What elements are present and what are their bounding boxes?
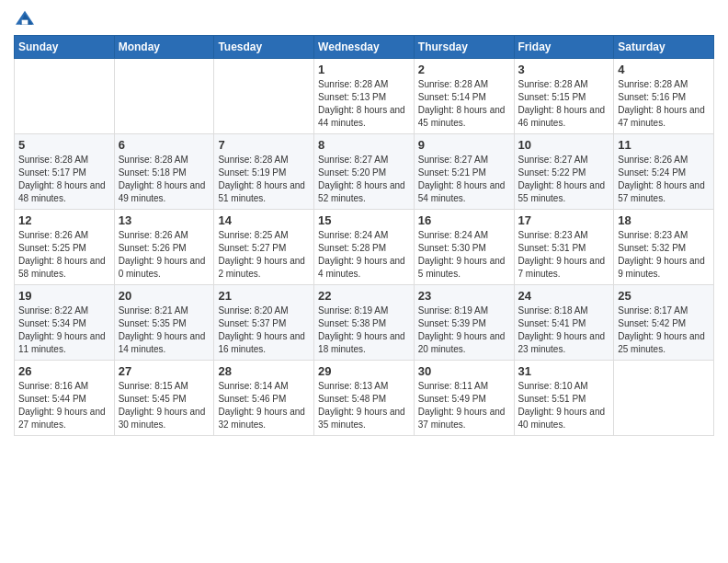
calendar-table: SundayMondayTuesdayWednesdayThursdayFrid… (14, 35, 714, 436)
day-info: Sunrise: 8:18 AM Sunset: 5:41 PM Dayligh… (518, 304, 610, 356)
day-info: Sunrise: 8:23 AM Sunset: 5:32 PM Dayligh… (618, 229, 710, 281)
day-number: 10 (518, 138, 610, 152)
day-number: 21 (218, 289, 310, 303)
day-info: Sunrise: 8:19 AM Sunset: 5:38 PM Dayligh… (318, 304, 410, 356)
calendar-cell (614, 361, 714, 436)
day-info: Sunrise: 8:23 AM Sunset: 5:31 PM Dayligh… (518, 229, 610, 281)
calendar-cell: 22Sunrise: 8:19 AM Sunset: 5:38 PM Dayli… (314, 285, 415, 361)
day-info: Sunrise: 8:22 AM Sunset: 5:34 PM Dayligh… (18, 304, 110, 356)
day-number: 26 (18, 364, 110, 378)
calendar-cell: 24Sunrise: 8:18 AM Sunset: 5:41 PM Dayli… (514, 285, 614, 361)
weekday-header-monday: Monday (114, 36, 214, 59)
calendar-cell: 27Sunrise: 8:15 AM Sunset: 5:45 PM Dayli… (114, 361, 214, 436)
calendar-cell: 14Sunrise: 8:25 AM Sunset: 5:27 PM Dayli… (214, 210, 314, 285)
day-info: Sunrise: 8:24 AM Sunset: 5:28 PM Dayligh… (318, 229, 410, 281)
day-number: 29 (318, 364, 410, 378)
calendar-body: 1Sunrise: 8:28 AM Sunset: 5:13 PM Daylig… (15, 59, 714, 436)
day-number: 24 (518, 289, 610, 303)
day-info: Sunrise: 8:20 AM Sunset: 5:37 PM Dayligh… (218, 304, 310, 356)
day-info: Sunrise: 8:11 AM Sunset: 5:49 PM Dayligh… (418, 380, 510, 431)
calendar-cell: 19Sunrise: 8:22 AM Sunset: 5:34 PM Dayli… (15, 285, 115, 361)
calendar-header: SundayMondayTuesdayWednesdayThursdayFrid… (15, 36, 714, 59)
day-number: 20 (119, 289, 210, 303)
day-number: 4 (618, 63, 710, 76)
day-number: 6 (119, 138, 210, 152)
calendar-cell: 1Sunrise: 8:28 AM Sunset: 5:13 PM Daylig… (314, 59, 415, 134)
calendar-cell: 11Sunrise: 8:26 AM Sunset: 5:24 PM Dayli… (614, 134, 714, 210)
day-number: 25 (618, 289, 710, 303)
calendar-cell: 29Sunrise: 8:13 AM Sunset: 5:48 PM Dayli… (314, 361, 415, 436)
calendar-cell: 8Sunrise: 8:27 AM Sunset: 5:20 PM Daylig… (314, 134, 415, 210)
calendar-cell: 21Sunrise: 8:20 AM Sunset: 5:37 PM Dayli… (214, 285, 314, 361)
calendar-week-row: 1Sunrise: 8:28 AM Sunset: 5:13 PM Daylig… (15, 59, 714, 134)
calendar-cell: 5Sunrise: 8:28 AM Sunset: 5:17 PM Daylig… (15, 134, 115, 210)
day-number: 12 (18, 213, 110, 227)
day-info: Sunrise: 8:28 AM Sunset: 5:14 PM Dayligh… (418, 78, 510, 130)
day-number: 15 (318, 213, 410, 227)
day-info: Sunrise: 8:28 AM Sunset: 5:13 PM Dayligh… (318, 78, 410, 130)
day-info: Sunrise: 8:28 AM Sunset: 5:16 PM Dayligh… (618, 78, 710, 130)
day-info: Sunrise: 8:28 AM Sunset: 5:17 PM Dayligh… (18, 154, 110, 205)
calendar-container: SundayMondayTuesdayWednesdayThursdayFrid… (0, 0, 728, 563)
weekday-header-tuesday: Tuesday (214, 36, 314, 59)
calendar-cell: 18Sunrise: 8:23 AM Sunset: 5:32 PM Dayli… (614, 210, 714, 285)
calendar-cell: 9Sunrise: 8:27 AM Sunset: 5:21 PM Daylig… (414, 134, 514, 210)
calendar-cell: 28Sunrise: 8:14 AM Sunset: 5:46 PM Dayli… (214, 361, 314, 436)
day-number: 16 (418, 213, 510, 227)
day-number: 31 (518, 364, 610, 378)
day-info: Sunrise: 8:17 AM Sunset: 5:42 PM Dayligh… (618, 304, 710, 356)
calendar-cell: 10Sunrise: 8:27 AM Sunset: 5:22 PM Dayli… (514, 134, 614, 210)
day-info: Sunrise: 8:26 AM Sunset: 5:24 PM Dayligh… (618, 154, 710, 205)
day-number: 11 (618, 138, 710, 152)
day-info: Sunrise: 8:27 AM Sunset: 5:22 PM Dayligh… (518, 154, 610, 205)
calendar-cell: 12Sunrise: 8:26 AM Sunset: 5:25 PM Dayli… (15, 210, 115, 285)
day-number: 8 (318, 138, 410, 152)
day-info: Sunrise: 8:24 AM Sunset: 5:30 PM Dayligh… (418, 229, 510, 281)
weekday-header-sunday: Sunday (15, 36, 115, 59)
logo-icon (14, 9, 36, 28)
day-info: Sunrise: 8:28 AM Sunset: 5:19 PM Dayligh… (218, 154, 310, 205)
day-info: Sunrise: 8:19 AM Sunset: 5:39 PM Dayligh… (418, 304, 510, 356)
day-number: 19 (18, 289, 110, 303)
calendar-week-row: 26Sunrise: 8:16 AM Sunset: 5:44 PM Dayli… (15, 361, 714, 436)
calendar-week-row: 5Sunrise: 8:28 AM Sunset: 5:17 PM Daylig… (15, 134, 714, 210)
calendar-cell: 31Sunrise: 8:10 AM Sunset: 5:51 PM Dayli… (514, 361, 614, 436)
day-number: 17 (518, 213, 610, 227)
calendar-cell: 20Sunrise: 8:21 AM Sunset: 5:35 PM Dayli… (114, 285, 214, 361)
calendar-cell (114, 59, 214, 134)
calendar-cell: 23Sunrise: 8:19 AM Sunset: 5:39 PM Dayli… (414, 285, 514, 361)
logo (14, 9, 40, 28)
day-number: 28 (218, 364, 310, 378)
day-number: 5 (18, 138, 110, 152)
calendar-cell: 13Sunrise: 8:26 AM Sunset: 5:26 PM Dayli… (114, 210, 214, 285)
weekday-header-wednesday: Wednesday (314, 36, 415, 59)
calendar-cell: 16Sunrise: 8:24 AM Sunset: 5:30 PM Dayli… (414, 210, 514, 285)
day-info: Sunrise: 8:26 AM Sunset: 5:25 PM Dayligh… (18, 229, 110, 281)
weekday-row: SundayMondayTuesdayWednesdayThursdayFrid… (15, 36, 714, 59)
calendar-cell: 26Sunrise: 8:16 AM Sunset: 5:44 PM Dayli… (15, 361, 115, 436)
svg-rect-2 (22, 20, 28, 25)
header (14, 9, 714, 28)
day-info: Sunrise: 8:16 AM Sunset: 5:44 PM Dayligh… (18, 380, 110, 431)
weekday-header-thursday: Thursday (414, 36, 514, 59)
calendar-cell: 30Sunrise: 8:11 AM Sunset: 5:49 PM Dayli… (414, 361, 514, 436)
day-number: 9 (418, 138, 510, 152)
calendar-cell: 3Sunrise: 8:28 AM Sunset: 5:15 PM Daylig… (514, 59, 614, 134)
calendar-cell (214, 59, 314, 134)
day-info: Sunrise: 8:15 AM Sunset: 5:45 PM Dayligh… (119, 380, 210, 431)
day-info: Sunrise: 8:10 AM Sunset: 5:51 PM Dayligh… (518, 380, 610, 431)
calendar-cell (15, 59, 115, 134)
day-info: Sunrise: 8:25 AM Sunset: 5:27 PM Dayligh… (218, 229, 310, 281)
day-info: Sunrise: 8:21 AM Sunset: 5:35 PM Dayligh… (119, 304, 210, 356)
day-number: 13 (119, 213, 210, 227)
weekday-header-friday: Friday (514, 36, 614, 59)
day-number: 3 (518, 63, 610, 76)
day-number: 22 (318, 289, 410, 303)
day-info: Sunrise: 8:27 AM Sunset: 5:21 PM Dayligh… (418, 154, 510, 205)
day-number: 18 (618, 213, 710, 227)
day-info: Sunrise: 8:28 AM Sunset: 5:18 PM Dayligh… (119, 154, 210, 205)
calendar-cell: 17Sunrise: 8:23 AM Sunset: 5:31 PM Dayli… (514, 210, 614, 285)
day-number: 30 (418, 364, 510, 378)
day-info: Sunrise: 8:26 AM Sunset: 5:26 PM Dayligh… (119, 229, 210, 281)
calendar-cell: 15Sunrise: 8:24 AM Sunset: 5:28 PM Dayli… (314, 210, 415, 285)
